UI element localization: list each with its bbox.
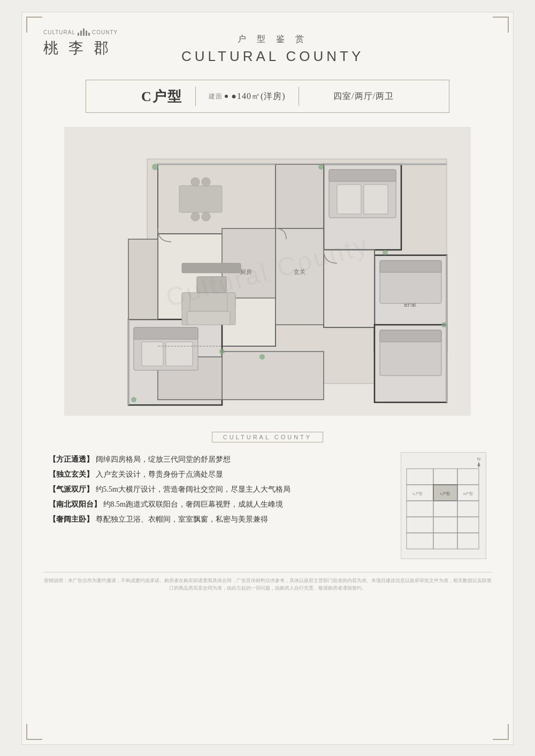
desc-key-1: 【独立玄关】 [49, 470, 94, 478]
desc-item-3: 【南北双阳台】 约8.5m跑道式双联阳台，奢阔巨幕视野，成就人生峰境 [49, 497, 390, 512]
header: CULTURAL COUNTY 桃 李 郡 户 型 鉴 赏 CULTURAL C… [43, 28, 492, 65]
logo-chinese: 桃 李 郡 [43, 38, 112, 58]
unit-area: 建面 ●140㎡(洋房) [209, 91, 285, 102]
svg-rect-26 [187, 311, 230, 325]
corner-decoration-tr [493, 17, 509, 33]
corner-decoration-br [493, 724, 509, 740]
svg-point-30 [191, 178, 200, 186]
svg-rect-11 [128, 239, 158, 319]
svg-point-31 [202, 178, 210, 186]
footer-disclaimer: 营销说明：本广告仅作为要约邀请，不构成要约或承诺。购房者在购买前请查阅具体合同，… [43, 572, 492, 592]
svg-rect-28 [182, 263, 241, 273]
logo-bar-4 [86, 30, 87, 36]
page-container: CULTURAL COUNTY 桃 李 郡 户 型 鉴 赏 CULTURAL C… [21, 12, 514, 745]
svg-rect-13 [276, 228, 324, 325]
desc-text-4: 尊配独立卫浴、衣帽间，室室飘窗，私密与美景兼得 [96, 515, 268, 523]
desc-item-0: 【方正通透】 阔绰四房格局，绽放三代同堂的舒居梦想 [49, 452, 390, 467]
mini-map-image: N [401, 452, 486, 559]
desc-key-4: 【奢阔主卧】 [49, 515, 94, 523]
header-main-title: CULTURAL COUNTY [118, 48, 427, 65]
unit-area-label: 建面 [209, 92, 223, 101]
cultural-county-badge-text: CULTURAL COUNTY [212, 432, 323, 442]
desc-key-2: 【气派双厅】 [49, 485, 94, 493]
svg-rect-39 [134, 327, 198, 339]
desc-key-0: 【方正通透】 [49, 455, 94, 463]
svg-rect-29 [179, 186, 222, 212]
unit-area-dot [225, 95, 228, 98]
desc-key-3: 【南北双阳台】 [49, 500, 101, 508]
svg-rect-45 [380, 330, 441, 342]
desc-text-1: 入户玄关设计，尊贵身份于点滴处尽显 [96, 470, 223, 478]
logo-cultural-text: CULTURAL [43, 29, 75, 35]
desc-item-2: 【气派双厅】 约5.5m大横厅设计，营造奢阔社交空间，尽显主人大气格局 [49, 482, 390, 497]
logo-bar-5 [88, 33, 90, 36]
description-text-block: 【方正通透】 阔绰四房格局，绽放三代同堂的舒居梦想 【独立玄关】 入户玄关设计，… [49, 452, 390, 527]
svg-text:A户型: A户型 [412, 492, 422, 496]
svg-point-51 [131, 397, 136, 402]
logo-top: CULTURAL COUNTY [43, 28, 118, 36]
unit-rooms: 四室/两厅/两卫 [333, 91, 394, 102]
logo-county-text: COUNTY [92, 29, 118, 35]
unit-info-divider-2 [299, 87, 300, 106]
svg-text:C户型: C户型 [440, 492, 450, 496]
desc-item-1: 【独立玄关】 入户玄关设计，尊贵身份于点滴处尽显 [49, 467, 390, 482]
svg-point-48 [383, 250, 388, 255]
logo-bar-2 [80, 30, 82, 36]
svg-text:B户型: B户型 [463, 492, 473, 496]
desc-text-0: 阔绰四房格局，绽放三代同堂的舒居梦想 [96, 455, 231, 463]
corner-decoration-bl [26, 724, 42, 740]
unit-info-box: C户型 建面 ●140㎡(洋房) 四室/两厅/两卫 [86, 80, 449, 113]
unit-type: C户型 [141, 87, 182, 106]
svg-text:N: N [477, 456, 481, 462]
corner-decoration-tl [26, 17, 42, 33]
svg-point-33 [202, 212, 210, 221]
logo-bar-3 [83, 28, 85, 36]
desc-item-4: 【奢阔主卧】 尊配独立卫浴、衣帽间，室室飘窗，私密与美景兼得 [49, 512, 390, 527]
logo-area: CULTURAL COUNTY 桃 李 郡 [43, 28, 118, 58]
desc-text-2: 约5.5m大横厅设计，营造奢阔社交空间，尽显主人大气格局 [96, 485, 291, 493]
unit-area-value: ●140㎡(洋房) [231, 91, 285, 102]
svg-point-50 [259, 354, 265, 360]
svg-rect-36 [337, 185, 361, 214]
header-subtitle: 户 型 鉴 赏 [118, 34, 427, 45]
unit-info-divider-1 [195, 87, 196, 106]
floorplan-svg: 客厅 餐厅 卧室 卧室 主卧 卧室 玄关 厨房 [64, 127, 471, 416]
svg-rect-40 [142, 342, 163, 366]
svg-rect-35 [329, 170, 396, 181]
svg-text:厨房: 厨房 [240, 269, 252, 275]
svg-rect-41 [166, 342, 193, 366]
svg-rect-37 [364, 185, 388, 214]
floorplan-image: Cultural County [64, 127, 471, 416]
svg-rect-5 [276, 164, 324, 228]
mini-map: N [401, 452, 486, 559]
description-section: CULTURAL COUNTY 【方正通透】 阔绰四房格局，绽放三代同堂的舒居梦… [43, 432, 492, 559]
svg-point-32 [191, 212, 200, 221]
svg-rect-27 [197, 277, 226, 293]
floorplan-container: Cultural County [43, 127, 492, 416]
description-content: 【方正通透】 阔绰四房格局，绽放三代同堂的舒居梦想 【独立玄关】 入户玄关设计，… [49, 452, 486, 559]
svg-rect-43 [380, 261, 441, 272]
svg-text:玄关: 玄关 [294, 269, 305, 275]
svg-point-46 [152, 164, 158, 170]
logo-icon [78, 28, 90, 36]
svg-rect-7 [324, 250, 374, 327]
mini-map-svg: N [401, 453, 486, 559]
header-title-area: 户 型 鉴 赏 CULTURAL COUNTY [118, 28, 427, 65]
svg-rect-9 [222, 352, 324, 400]
cultural-county-badge: CULTURAL COUNTY [49, 432, 486, 442]
desc-text-3: 约8.5m跑道式双联阳台，奢阔巨幕视野，成就人生峰境 [103, 500, 283, 508]
svg-point-47 [318, 164, 324, 170]
logo-bar-1 [78, 33, 79, 36]
